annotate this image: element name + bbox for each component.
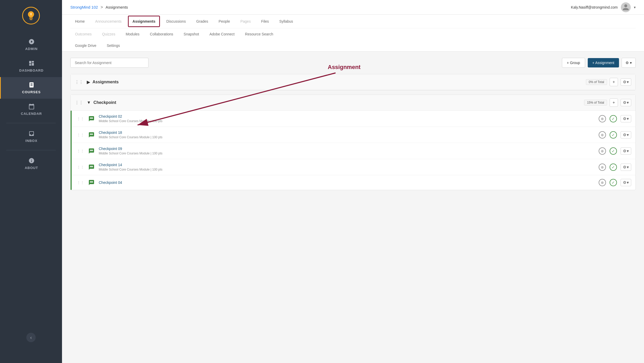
checkpoint-group-header[interactable]: ⋮⋮ ▼ Checkpoint 15% of Total + ⚙ ▾ [71,95,635,111]
item-drag-checkpoint-09[interactable]: ⋮⋮ [77,149,84,153]
check-icon-checkpoint-04[interactable]: ✓ [610,179,617,186]
assignments-group-title: Assignments [92,80,119,84]
nav-tabs: Home Announcements Assignments Discussio… [62,15,644,52]
assignment-item-checkpoint-09: ⋮⋮ Checkpoint 09 Middle School Core Cour… [72,143,635,159]
item-drag-checkpoint-18[interactable]: ⋮⋮ [77,133,84,137]
check-icon-checkpoint-14[interactable]: ✓ [610,164,617,171]
tab-assignments[interactable]: Assignments [128,16,160,27]
sidebar-item-calendar[interactable]: CALENDAR [0,99,62,120]
item-title-checkpoint-14[interactable]: Checkpoint 14 [99,163,163,167]
tab-resource-search[interactable]: Resource Search [240,28,278,40]
item-settings-checkpoint-14[interactable]: ⚙ ▾ [621,164,631,171]
assignments-group-header[interactable]: ⋮⋮ ▶ Assignments 0% of Total + ⚙ ▾ [71,74,635,90]
tab-collaborations[interactable]: Collaborations [145,28,178,40]
item-right-checkpoint-14: ⊕ ✓ ⚙ ▾ [599,164,631,171]
item-drag-checkpoint-02[interactable]: ⋮⋮ [77,117,84,121]
publish-icon-checkpoint-02[interactable]: ⊕ [599,115,606,122]
item-settings-checkpoint-04[interactable]: ⚙ ▾ [621,179,631,186]
checkpoint-add-button[interactable]: + [610,98,618,107]
search-input[interactable] [70,58,148,68]
assignments-add-button[interactable]: + [610,78,618,86]
assignments-drag-handle[interactable]: ⋮⋮ [75,80,83,85]
breadcrumb-course-link[interactable]: StrongMind 102 [70,5,98,9]
sidebar: ADMIN DASHBOARD COURSES CALENDAR INBOX A… [0,0,62,363]
tab-google-drive[interactable]: Google Drive [70,40,101,51]
tab-modules[interactable]: Modules [121,28,144,40]
item-drag-checkpoint-14[interactable]: ⋮⋮ [77,165,84,169]
item-drag-checkpoint-04[interactable]: ⋮⋮ [77,180,84,185]
item-title-checkpoint-18[interactable]: Checkpoint 18 [99,130,163,135]
check-icon-checkpoint-09[interactable]: ✓ [610,147,617,155]
item-title-checkpoint-02[interactable]: Checkpoint 02 [99,114,163,118]
sidebar-item-courses[interactable]: COURSES [0,77,62,99]
item-left-checkpoint-14: ⋮⋮ Checkpoint 14 Middle School Core Cour… [77,163,163,171]
checkpoint-settings-button[interactable]: ⚙ ▾ [621,99,631,106]
add-assignment-button[interactable]: + Assignment [588,58,619,67]
tab-snapshot[interactable]: Snapshot [179,28,204,40]
gear-icon: ⚙ [626,61,629,65]
assignments-group: ⋮⋮ ▶ Assignments 0% of Total + ⚙ ▾ [70,74,636,90]
logo-bulb [22,7,40,24]
chevron-icon-item-09: ▾ [627,149,629,153]
assignment-icon-checkpoint-14 [88,164,95,171]
tab-syllabus[interactable]: Syllabus [275,16,298,27]
user-avatar[interactable] [621,2,631,12]
sidebar-divider-2 [6,150,56,150]
tab-discussions[interactable]: Discussions [162,16,190,27]
chevron-icon-item-14: ▾ [627,165,629,170]
nav-row-1: Home Announcements Assignments Discussio… [70,15,636,28]
item-settings-checkpoint-09[interactable]: ⚙ ▾ [621,147,631,155]
item-left-checkpoint-04: ⋮⋮ Checkpoint 04 [77,179,122,186]
toolbar-buttons: + Group + Assignment ⚙ ▾ [562,58,636,68]
item-info-checkpoint-09: Checkpoint 09 Middle School Core Courses… [99,147,163,155]
sidebar-item-inbox[interactable]: INBOX [0,126,62,147]
tab-files[interactable]: Files [256,16,274,27]
item-title-checkpoint-09[interactable]: Checkpoint 09 [99,147,163,151]
tab-adobe-connect[interactable]: Adobe Connect [205,28,239,40]
tab-home[interactable]: Home [70,16,89,27]
tab-people[interactable]: People [214,16,235,27]
publish-icon-checkpoint-09[interactable]: ⊕ [599,147,606,155]
item-right-checkpoint-09: ⊕ ✓ ⚙ ▾ [599,147,631,155]
tab-pages[interactable]: Pages [236,16,256,27]
tab-announcements[interactable]: Announcements [90,16,126,27]
toolbar-row: + Group + Assignment ⚙ ▾ [70,58,636,68]
nav-row-3: Google Drive Settings [70,40,636,51]
check-icon-checkpoint-18[interactable]: ✓ [610,131,617,139]
assignment-item-checkpoint-14: ⋮⋮ Checkpoint 14 Middle School Core Cour… [72,159,635,175]
sidebar-item-about[interactable]: ABOUT [0,153,62,174]
item-meta-checkpoint-02: Middle School Core Courses Module | 100 … [99,119,163,123]
item-left-checkpoint-09: ⋮⋮ Checkpoint 09 Middle School Core Cour… [77,147,163,155]
user-email: Kaly.Nasiff@strongmind.com [571,5,618,9]
global-settings-button[interactable]: ⚙ ▾ [622,58,636,68]
item-meta-checkpoint-14: Middle School Core Courses Module | 100 … [99,168,163,171]
assignment-item-checkpoint-02: ⋮⋮ Checkpoint 02 Middle School Core Cour… [72,111,635,127]
tab-settings[interactable]: Settings [102,40,125,51]
sidebar-divider [6,123,56,123]
assignments-settings-button[interactable]: ⚙ ▾ [621,78,631,86]
item-settings-checkpoint-18[interactable]: ⚙ ▾ [621,131,631,139]
publish-icon-checkpoint-18[interactable]: ⊕ [599,131,606,139]
publish-icon-checkpoint-14[interactable]: ⊕ [599,164,606,171]
item-title-checkpoint-04[interactable]: Checkpoint 04 [99,180,122,185]
gear-icon-item-18: ⚙ [623,133,626,137]
sidebar-item-dashboard[interactable]: DASHBOARD [0,55,62,77]
check-icon-checkpoint-02[interactable]: ✓ [610,115,617,122]
gear-icon-2: ⚙ [623,80,626,84]
add-group-button[interactable]: + Group [562,58,585,68]
sidebar-nav: ADMIN DASHBOARD COURSES CALENDAR INBOX A… [0,34,62,174]
chevron-icon-item-18: ▾ [627,133,629,137]
chevron-icon-item-04: ▾ [627,180,629,185]
tab-quizzes[interactable]: Quizzes [97,28,120,40]
tab-outcomes[interactable]: Outcomes [70,28,96,40]
checkpoint-drag-handle[interactable]: ⋮⋮ [75,100,83,105]
item-right-checkpoint-02: ⊕ ✓ ⚙ ▾ [599,115,631,122]
user-dropdown-arrow[interactable]: ▾ [634,5,636,9]
logo [21,5,41,26]
sidebar-collapse-button[interactable]: ‹ [26,333,36,342]
sidebar-item-admin[interactable]: ADMIN [0,34,62,55]
checkpoint-group-header-left: ⋮⋮ ▼ Checkpoint [75,100,116,105]
item-settings-checkpoint-02[interactable]: ⚙ ▾ [621,115,631,122]
publish-icon-checkpoint-04[interactable]: ⊕ [599,179,606,186]
tab-grades[interactable]: Grades [191,16,213,27]
